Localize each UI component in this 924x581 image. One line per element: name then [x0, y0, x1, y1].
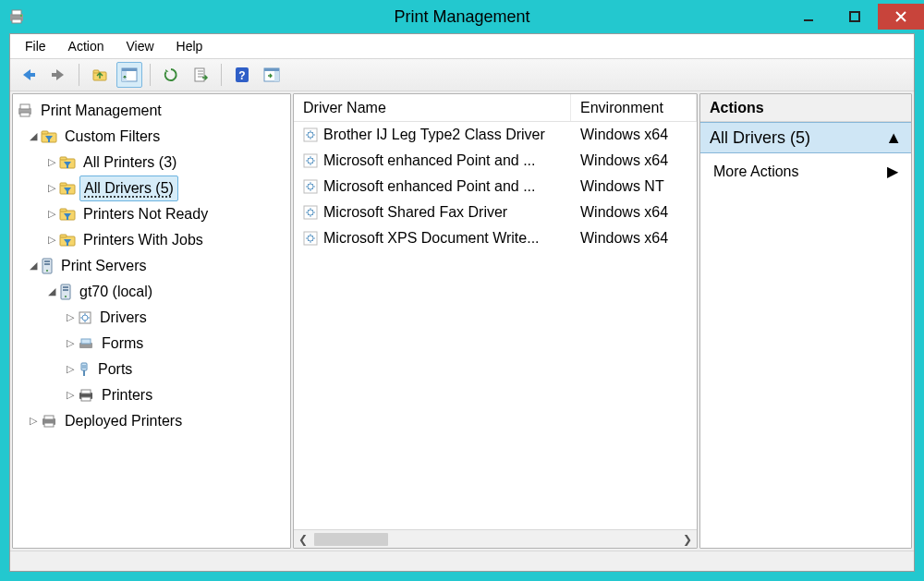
svg-rect-27 — [60, 183, 67, 186]
gear-icon — [303, 231, 318, 246]
tree-printers[interactable]: ▷ Printers — [13, 382, 290, 408]
tree-custom-filters[interactable]: ◢ Custom Filters — [13, 124, 290, 150]
panes-container: Print Management ◢ Custom Filters ▷ — [10, 91, 914, 551]
menu-view[interactable]: View — [116, 36, 163, 56]
port-icon — [78, 361, 91, 378]
gear-icon — [303, 205, 318, 220]
expand-icon[interactable]: ▷ — [44, 180, 59, 197]
svg-rect-4 — [804, 19, 813, 21]
nav-forward-button[interactable] — [45, 62, 71, 88]
scroll-right-icon[interactable]: ❯ — [678, 530, 697, 548]
list-item[interactable]: Microsoft Shared Fax Driver Windows x64 — [294, 200, 697, 225]
list-item[interactable]: Microsoft enhanced Point and ... Windows… — [294, 174, 697, 200]
printer-icon — [41, 414, 57, 429]
list-column-header[interactable]: Driver Name Environment — [294, 94, 697, 122]
list-item[interactable]: Brother IJ Leg Type2 Class Driver Window… — [294, 122, 697, 148]
title-bar: Print Management — [0, 0, 924, 33]
svg-text:?: ? — [238, 69, 245, 82]
svg-rect-47 — [83, 370, 85, 376]
minimize-button[interactable] — [785, 4, 832, 30]
svg-rect-50 — [81, 397, 91, 401]
chevron-right-icon: ▶ — [887, 163, 898, 180]
list-item[interactable]: Microsoft XPS Document Write... Windows … — [294, 225, 697, 251]
actions-context[interactable]: All Drivers (5) ▲ — [700, 122, 911, 153]
tree-filter-with-jobs[interactable]: ▷ Printers With Jobs — [13, 227, 290, 253]
column-driver-name[interactable]: Driver Name — [294, 94, 571, 121]
tree-filter-all-printers[interactable]: ▷ All Printers (3) — [13, 150, 290, 176]
expand-icon[interactable]: ▷ — [63, 387, 78, 404]
svg-point-39 — [65, 296, 67, 297]
svg-rect-49 — [81, 390, 91, 393]
menu-file[interactable]: File — [16, 36, 55, 56]
collapse-icon[interactable]: ◢ — [26, 128, 41, 145]
navigation-tree[interactable]: Print Management ◢ Custom Filters ▷ — [13, 94, 290, 548]
svg-rect-17 — [264, 68, 279, 71]
svg-point-3 — [20, 15, 22, 17]
svg-rect-5 — [850, 12, 859, 21]
nav-back-button[interactable] — [16, 62, 42, 88]
tree-server-local[interactable]: ◢ gt70 (local) — [13, 279, 290, 305]
gear-icon — [303, 127, 318, 142]
svg-rect-6 — [30, 73, 35, 77]
show-hide-tree-button[interactable] — [116, 62, 142, 88]
horizontal-scrollbar[interactable]: ❮ ❯ — [294, 529, 697, 548]
scroll-left-icon[interactable]: ❮ — [294, 530, 312, 548]
svg-point-35 — [46, 270, 48, 272]
maximize-button[interactable] — [832, 4, 878, 30]
collapse-icon[interactable]: ◢ — [44, 284, 59, 300]
tree-root-label: Print Management — [41, 103, 162, 118]
svg-rect-29 — [60, 209, 67, 212]
svg-rect-18 — [274, 71, 279, 81]
menu-help[interactable]: Help — [167, 36, 213, 56]
svg-rect-9 — [93, 70, 99, 73]
tree-ports[interactable]: ▷ Ports — [13, 357, 290, 382]
help-button[interactable]: ? — [229, 62, 255, 88]
tree-print-servers[interactable]: ◢ Print Servers — [13, 253, 290, 279]
tree-root[interactable]: Print Management — [13, 98, 290, 124]
list-item[interactable]: Microsoft enhanced Point and ... Windows… — [294, 148, 697, 174]
export-list-button[interactable] — [188, 62, 213, 88]
svg-rect-53 — [44, 423, 54, 427]
close-button[interactable] — [878, 4, 924, 30]
folder-filter-icon — [59, 207, 76, 222]
svg-rect-34 — [44, 263, 50, 265]
collapse-icon[interactable]: ◢ — [26, 258, 41, 274]
tree-filter-all-drivers[interactable]: ▷ All Drivers (5) — [13, 176, 290, 201]
tree-drivers[interactable]: ▷ Drivers — [13, 305, 290, 331]
actions-pane: Actions All Drivers (5) ▲ More Actions ▶ — [699, 93, 912, 549]
expand-icon[interactable]: ▷ — [63, 335, 78, 352]
expand-icon[interactable]: ▷ — [63, 309, 78, 326]
expand-icon[interactable]: ▷ — [44, 206, 59, 223]
tree-custom-filters-label: Custom Filters — [65, 128, 160, 144]
folder-filter-icon — [59, 233, 76, 248]
scroll-track[interactable] — [312, 530, 678, 548]
list-body[interactable]: Brother IJ Leg Type2 Class Driver Window… — [294, 122, 697, 548]
folder-filter-icon — [59, 181, 76, 196]
expand-icon[interactable]: ▷ — [63, 361, 78, 378]
server-icon — [59, 284, 72, 300]
show-hide-action-pane-button[interactable] — [259, 62, 285, 88]
collapse-up-icon[interactable]: ▲ — [885, 128, 902, 148]
svg-rect-7 — [52, 73, 57, 77]
column-environment[interactable]: Environment — [571, 94, 697, 121]
svg-rect-52 — [44, 416, 54, 419]
action-more-actions[interactable]: More Actions ▶ — [700, 159, 911, 184]
gear-icon — [303, 179, 318, 194]
expand-icon[interactable]: ▷ — [44, 154, 59, 171]
forms-icon — [78, 337, 94, 350]
up-level-button[interactable] — [87, 62, 113, 88]
svg-rect-20 — [20, 104, 30, 109]
status-bar — [10, 551, 914, 571]
tree-forms[interactable]: ▷ Forms — [13, 331, 290, 357]
scroll-thumb[interactable] — [314, 533, 388, 546]
expand-icon[interactable]: ▷ — [26, 413, 41, 430]
tree-filter-not-ready[interactable]: ▷ Printers Not Ready — [13, 201, 290, 227]
toolbar-separator — [221, 64, 222, 86]
expand-icon[interactable]: ▷ — [44, 232, 59, 248]
list-pane: Driver Name Environment Brother IJ Leg T… — [293, 93, 698, 549]
refresh-button[interactable] — [158, 62, 184, 88]
server-icon — [41, 258, 54, 274]
menu-action[interactable]: Action — [59, 36, 114, 56]
toolbar-separator — [150, 64, 151, 86]
tree-deployed-printers[interactable]: ▷ Deployed Printers — [13, 408, 290, 434]
